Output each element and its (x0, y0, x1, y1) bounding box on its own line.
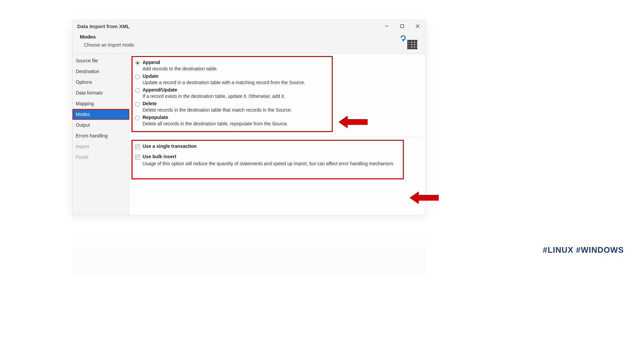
minimize-button[interactable] (379, 20, 394, 32)
close-icon (416, 24, 420, 28)
radio-desc-append-update: If a record exists in the destination ta… (143, 94, 329, 99)
radio-desc-append: Add records to the destination table. (143, 66, 329, 71)
annotation-arrow-modes (339, 114, 368, 130)
reflection-effect (72, 227, 426, 274)
minimize-icon (385, 24, 389, 28)
svg-rect-1 (401, 25, 404, 28)
check-label-bulk-insert: Use bulk insert (143, 154, 176, 159)
dialog-body: Source file Destination Options Data for… (72, 54, 425, 215)
svg-rect-6 (407, 40, 409, 49)
maximize-icon (400, 24, 404, 28)
sidebar-item-output[interactable]: Output (72, 120, 129, 130)
radio-row-update[interactable]: Update (135, 73, 329, 79)
page-subheading: Choose an import mode. (80, 42, 418, 48)
titlebar[interactable]: Data Import from XML (72, 20, 425, 32)
radio-row-repopulate[interactable]: Repopulate (135, 115, 329, 120)
hashtags: #LINUX #WINDOWS (543, 245, 624, 255)
radio-label-append: Append (143, 60, 160, 65)
separator (131, 137, 421, 137)
modes-highlight-box: Append Add records to the destination ta… (131, 56, 333, 132)
check-row-single-transaction[interactable]: Use a single transaction (135, 143, 400, 149)
svg-marker-12 (339, 116, 368, 128)
check-label-single-transaction: Use a single transaction (143, 143, 197, 149)
radio-label-repopulate: Repopulate (143, 115, 168, 120)
window-controls (379, 20, 425, 32)
radio-row-append[interactable]: Append (135, 60, 329, 65)
svg-marker-4 (402, 39, 405, 42)
import-icon (400, 35, 418, 52)
sidebar-item-modes[interactable]: Modes (72, 109, 129, 120)
radio-delete[interactable] (135, 102, 140, 107)
sidebar-item-errors-handling[interactable]: Errors handling (72, 130, 129, 141)
sidebar-item-mapping[interactable]: Mapping (72, 98, 129, 109)
sidebar: Source file Destination Options Data for… (72, 54, 129, 215)
sidebar-item-data-formats[interactable]: Data formats (72, 87, 129, 98)
svg-marker-13 (410, 192, 439, 204)
check-row-bulk-insert[interactable]: Use bulk insert (135, 154, 400, 160)
radio-desc-delete: Delete records in the destination table … (143, 107, 329, 113)
annotation-arrow-options (410, 190, 439, 206)
sidebar-item-import: Import (72, 141, 129, 152)
main-panel: Append Add records to the destination ta… (129, 54, 425, 215)
sidebar-item-options[interactable]: Options (72, 77, 129, 87)
radio-desc-repopulate: Delete all records in the destination ta… (143, 121, 329, 126)
checkbox-single-transaction[interactable] (135, 144, 140, 149)
import-dialog: Data Import from XML Modes Choose an imp… (72, 20, 426, 215)
sidebar-item-source-file[interactable]: Source file (72, 55, 129, 66)
radio-desc-update: Update a record in a destination table w… (143, 80, 329, 85)
radio-append-update[interactable] (135, 88, 140, 93)
radio-label-delete: Delete (143, 101, 157, 106)
radio-row-append-update[interactable]: Append/Update (135, 87, 329, 93)
radio-label-append-update: Append/Update (143, 87, 177, 93)
radio-label-update: Update (143, 73, 158, 79)
page-heading: Modes (80, 34, 418, 40)
options-highlight-box: Use a single transaction Use bulk insert… (131, 140, 404, 179)
maximize-button[interactable] (394, 20, 410, 32)
radio-repopulate[interactable] (135, 116, 140, 120)
sidebar-item-finish: Finish (72, 152, 129, 163)
window-title: Data Import from XML (77, 23, 130, 29)
checkbox-bulk-insert[interactable] (135, 155, 140, 160)
radio-append[interactable] (135, 61, 140, 65)
radio-update[interactable] (135, 74, 140, 79)
sidebar-item-destination[interactable]: Destination (72, 66, 129, 77)
radio-row-delete[interactable]: Delete (135, 101, 329, 107)
header-section: Modes Choose an import mode. (72, 32, 425, 54)
check-desc-bulk-insert: Usage of this option will reduce the qua… (143, 161, 400, 166)
close-button[interactable] (410, 20, 425, 32)
